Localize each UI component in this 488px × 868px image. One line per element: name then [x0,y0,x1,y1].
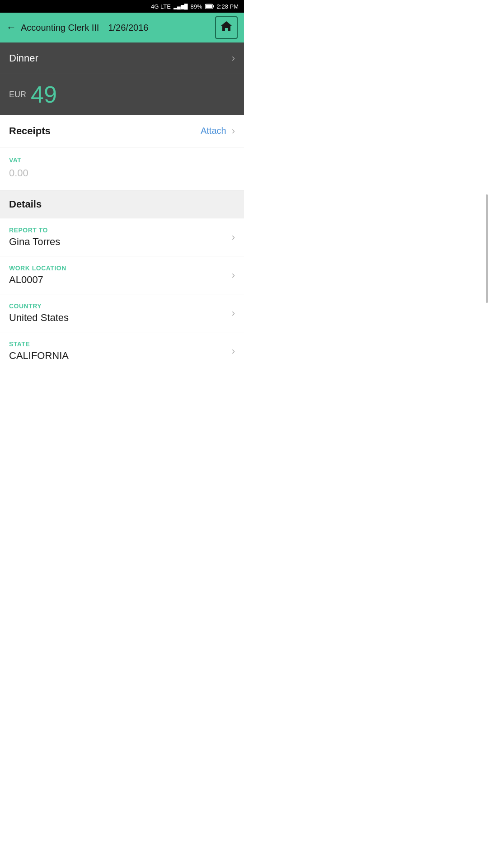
vat-label: VAT [9,156,235,164]
svg-rect-1 [213,5,214,8]
home-icon [220,20,233,35]
details-section-header: Details [0,190,244,218]
attach-button[interactable]: Attach [201,126,226,136]
battery-indicator: 89% [191,3,202,10]
time-display: 2:28 PM [217,3,239,10]
detail-chevron-icon: › [232,231,235,243]
currency-label: EUR [9,90,26,99]
receipts-row[interactable]: Receipts Attach › [0,115,244,147]
detail-row[interactable]: REPORT TOGina Torres› [0,218,244,256]
detail-field-label: STATE [9,340,69,348]
back-button[interactable]: ← [6,22,16,33]
detail-field-label: REPORT TO [9,226,60,234]
category-row[interactable]: Dinner › [0,42,244,74]
vat-value: 0.00 [9,167,235,179]
header-left-section: ← Accounting Clerk III 1/26/2016 [6,22,148,33]
svg-rect-2 [206,5,212,8]
details-label: Details [9,198,42,210]
battery-icon [205,4,214,9]
vat-row[interactable]: VAT 0.00 [0,147,244,190]
detail-field-value: CALIFORNIA [9,350,69,362]
status-bar: 4G LTE ▂▄▆█ 89% 2:28 PM [0,0,244,13]
detail-field-value: Gina Torres [9,236,60,248]
receipts-chevron-icon: › [232,125,235,137]
network-indicator: 4G LTE [151,3,171,10]
header-bar: ← Accounting Clerk III 1/26/2016 [0,13,244,42]
header-date: 1/26/2016 [108,23,148,33]
detail-field-label: WORK LOCATION [9,264,66,272]
detail-row[interactable]: COUNTRYUnited States› [0,294,244,332]
detail-chevron-icon: › [232,345,235,357]
amount-row: EUR 49 [0,74,244,115]
receipts-actions: Attach › [201,125,235,137]
detail-field-label: COUNTRY [9,302,69,310]
detail-row[interactable]: STATECALIFORNIA› [0,332,244,370]
detail-chevron-icon: › [232,269,235,281]
home-button[interactable] [215,16,238,39]
detail-chevron-icon: › [232,307,235,319]
amount-value: 49 [31,81,57,108]
category-label: Dinner [9,52,38,64]
receipts-label: Receipts [9,125,51,137]
detail-field-value: AL0007 [9,274,66,286]
detail-fields-list: REPORT TOGina Torres›WORK LOCATIONAL0007… [0,218,244,370]
detail-field-value: United States [9,312,69,324]
category-chevron-icon: › [232,52,235,64]
page-title: Accounting Clerk III [21,23,99,33]
signal-icon: ▂▄▆█ [174,4,188,9]
detail-row[interactable]: WORK LOCATIONAL0007› [0,256,244,294]
